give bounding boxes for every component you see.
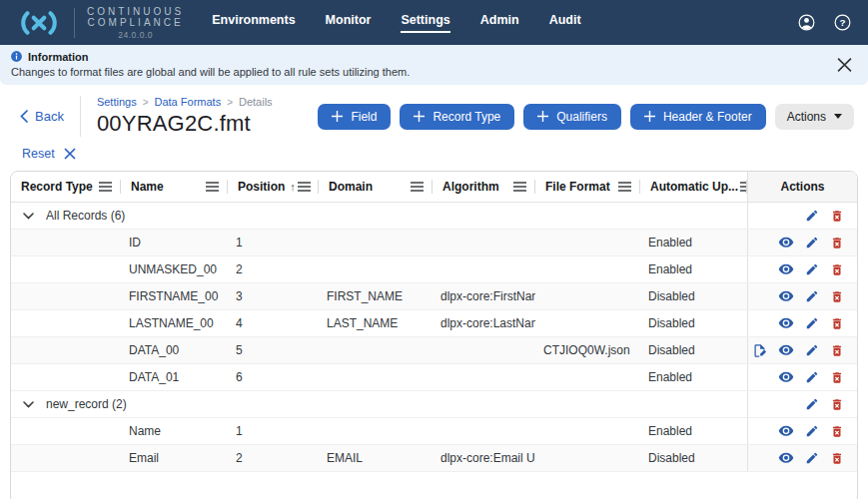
cell-file_format xyxy=(535,256,640,282)
pencil-icon xyxy=(805,370,819,384)
edit-button[interactable] xyxy=(805,209,819,223)
delete-button[interactable] xyxy=(830,424,844,439)
record-group-toggle[interactable]: All Records (6) xyxy=(11,203,747,229)
row-actions xyxy=(747,256,857,282)
brand-divider xyxy=(74,8,75,38)
nav-environments[interactable]: Environments xyxy=(212,13,295,33)
table-header: Record Type Name Position↑ Domain Algori… xyxy=(11,172,857,203)
delete-button[interactable] xyxy=(830,209,844,224)
delete-button[interactable] xyxy=(830,370,844,385)
edit-button[interactable] xyxy=(805,343,819,357)
column-header-automatic-update[interactable]: Automatic Up... xyxy=(640,172,747,202)
edit-button[interactable] xyxy=(805,451,819,465)
pencil-icon xyxy=(805,209,819,223)
trash-icon xyxy=(830,236,844,250)
row-actions xyxy=(747,445,857,471)
edit-button[interactable] xyxy=(805,236,819,250)
pencil-icon xyxy=(805,343,819,357)
view-button[interactable] xyxy=(778,344,794,357)
column-header-position[interactable]: Position↑ xyxy=(228,172,319,202)
plus-icon xyxy=(644,111,655,122)
edit-button[interactable] xyxy=(805,289,819,303)
column-header-algorithm[interactable]: Algorithm xyxy=(433,172,535,202)
record-group-label: new_record (2) xyxy=(46,397,127,411)
delete-button[interactable] xyxy=(830,343,844,358)
add-record-type-button[interactable]: Record Type xyxy=(400,104,514,130)
chevron-left-icon xyxy=(20,110,28,123)
delete-button[interactable] xyxy=(830,262,844,277)
add-header-footer-button[interactable]: Header & Footer xyxy=(630,104,766,130)
edit-button[interactable] xyxy=(805,262,819,276)
edit-button[interactable] xyxy=(805,370,819,384)
back-button[interactable]: Back xyxy=(20,109,64,124)
cell-record_type xyxy=(11,445,121,471)
pencil-icon xyxy=(805,397,819,411)
banner-title: Information xyxy=(28,51,89,63)
cell-name: DATA_00 xyxy=(121,337,228,363)
breadcrumb-separator: > xyxy=(227,97,233,108)
view-button[interactable] xyxy=(778,425,794,438)
close-icon[interactable] xyxy=(837,58,852,73)
nav-monitor[interactable]: Monitor xyxy=(326,13,372,33)
add-field-button[interactable]: Field xyxy=(318,104,391,130)
eye-icon xyxy=(778,425,794,438)
divider xyxy=(80,96,81,137)
cell-record_type xyxy=(11,364,121,390)
reset-filter-link[interactable]: Reset xyxy=(22,147,55,161)
add-qualifiers-button[interactable]: Qualifiers xyxy=(523,104,621,130)
trash-icon xyxy=(830,343,844,358)
cell-domain: LAST_NAME xyxy=(319,310,433,336)
app-header: CONTINUOUS COMPLIANCE 24.0.0.0 Environme… xyxy=(0,0,868,45)
column-menu-icon[interactable] xyxy=(296,180,313,194)
delete-button[interactable] xyxy=(830,451,844,466)
column-header-domain[interactable]: Domain xyxy=(319,172,433,202)
cell-domain: EMAIL xyxy=(319,445,433,471)
view-button[interactable] xyxy=(778,237,794,250)
column-menu-icon[interactable] xyxy=(204,180,221,194)
cell-automatic_update: Enabled xyxy=(640,418,747,444)
edit-button[interactable] xyxy=(805,397,819,411)
delete-button[interactable] xyxy=(830,236,844,250)
breadcrumb-settings[interactable]: Settings xyxy=(97,96,137,108)
user-icon[interactable] xyxy=(797,13,816,32)
actions-dropdown-button[interactable]: Actions xyxy=(775,104,854,130)
column-header-file-format[interactable]: File Format xyxy=(535,172,640,202)
edit-button[interactable] xyxy=(805,424,819,438)
clear-filter-icon[interactable] xyxy=(64,148,76,160)
edit-button[interactable] xyxy=(805,316,819,330)
cell-name: FIRSTNAME_00 xyxy=(121,283,228,309)
column-header-name[interactable]: Name xyxy=(121,172,228,202)
view-button[interactable] xyxy=(778,263,794,276)
row-actions xyxy=(747,364,857,390)
column-menu-icon[interactable] xyxy=(409,180,426,194)
banner-message: Changes to format files are global and w… xyxy=(10,66,854,78)
column-menu-icon[interactable] xyxy=(97,180,114,194)
trash-icon xyxy=(830,397,844,412)
cell-automatic_update: Enabled xyxy=(640,364,747,390)
help-icon[interactable]: ? xyxy=(833,13,852,32)
cell-automatic_update: Disabled xyxy=(640,283,747,309)
column-menu-icon[interactable] xyxy=(738,180,747,194)
record-group-toggle[interactable]: new_record (2) xyxy=(11,391,747,417)
view-button[interactable] xyxy=(778,290,794,303)
view-button[interactable] xyxy=(778,371,794,384)
column-menu-icon[interactable] xyxy=(511,180,528,194)
cell-name: LASTNAME_00 xyxy=(121,310,228,336)
edit-file-button[interactable] xyxy=(752,343,767,358)
breadcrumb-data-formats[interactable]: Data Formats xyxy=(155,96,222,108)
delete-button[interactable] xyxy=(830,316,844,331)
view-button[interactable] xyxy=(778,452,794,465)
delete-button[interactable] xyxy=(830,397,844,412)
view-button[interactable] xyxy=(778,317,794,330)
nav-admin[interactable]: Admin xyxy=(480,13,519,33)
page-title: 00YRAG2C.fmt xyxy=(97,111,273,137)
delete-button[interactable] xyxy=(830,289,844,304)
nav-settings[interactable]: Settings xyxy=(401,13,449,33)
column-menu-icon[interactable] xyxy=(616,180,633,194)
cell-name: Name xyxy=(121,418,228,444)
nav-audit[interactable]: Audit xyxy=(549,13,581,33)
chevron-down-icon xyxy=(23,213,34,220)
table-row: Name1Enabled xyxy=(11,418,857,445)
column-header-record-type[interactable]: Record Type xyxy=(11,172,121,202)
pencil-icon xyxy=(805,451,819,465)
